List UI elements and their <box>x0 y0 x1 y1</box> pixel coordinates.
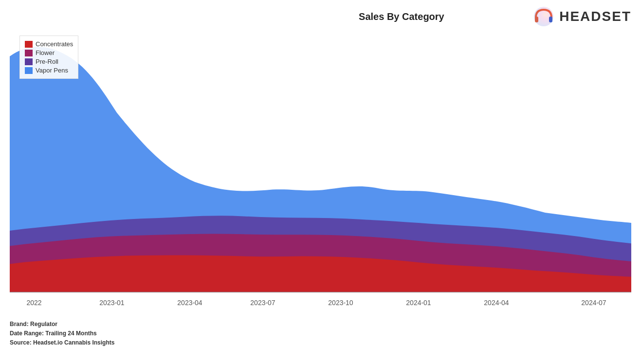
vaporpens-label: Vapor Pens <box>36 67 68 74</box>
source-label: Source: <box>10 339 32 346</box>
legend-item-preroll: Pre-Roll <box>25 58 73 65</box>
area-chart-svg: 2022 2023-01 2023-04 2023-07 2023-10 202… <box>10 31 631 318</box>
legend-item-concentrates: Concentrates <box>25 40 73 48</box>
svg-text:2023-01: 2023-01 <box>99 298 124 306</box>
svg-text:2022: 2022 <box>26 298 41 306</box>
concentrates-label: Concentrates <box>36 40 73 48</box>
svg-text:2024-04: 2024-04 <box>484 298 509 306</box>
source-value: Headset.io Cannabis Insights <box>33 339 114 346</box>
flower-label: Flower <box>36 49 55 56</box>
logo-text: HEADSET <box>559 9 631 24</box>
flower-swatch <box>25 50 33 56</box>
brand-value: Regulator <box>30 321 57 328</box>
concentrates-swatch <box>25 41 33 48</box>
svg-text:2024-01: 2024-01 <box>406 298 431 306</box>
chart-legend: Concentrates Flower Pre-Roll Vapor Pens <box>19 36 78 79</box>
header: Sales By Category HEADSET <box>0 0 641 31</box>
svg-text:2023-07: 2023-07 <box>250 298 275 306</box>
preroll-label: Pre-Roll <box>36 58 58 65</box>
legend-item-flower: Flower <box>25 49 73 56</box>
footer-info: Brand: Regulator Date Range: Trailing 24… <box>0 318 641 351</box>
preroll-swatch <box>25 58 33 65</box>
brand-label: Brand: <box>10 321 29 328</box>
svg-text:2023-04: 2023-04 <box>177 298 202 306</box>
chart-area: Concentrates Flower Pre-Roll Vapor Pens <box>10 31 631 318</box>
date-range-value: Trailing 24 Months <box>45 330 96 337</box>
svg-text:2023-10: 2023-10 <box>328 298 353 306</box>
svg-text:2024-07: 2024-07 <box>581 298 606 306</box>
footer-source: Source: Headset.io Cannabis Insights <box>10 338 631 347</box>
headset-logo-icon <box>532 5 555 28</box>
logo-area: HEADSET <box>532 5 631 28</box>
legend-item-vaporpens: Vapor Pens <box>25 67 73 74</box>
svg-point-3 <box>534 7 553 26</box>
footer-date-range: Date Range: Trailing 24 Months <box>10 329 631 338</box>
chart-title: Sales By Category <box>271 11 532 22</box>
footer-brand: Brand: Regulator <box>10 320 631 329</box>
date-range-label: Date Range: <box>10 330 44 337</box>
page-container: Sales By Category HEADSET <box>0 0 641 364</box>
vaporpens-swatch <box>25 67 33 74</box>
